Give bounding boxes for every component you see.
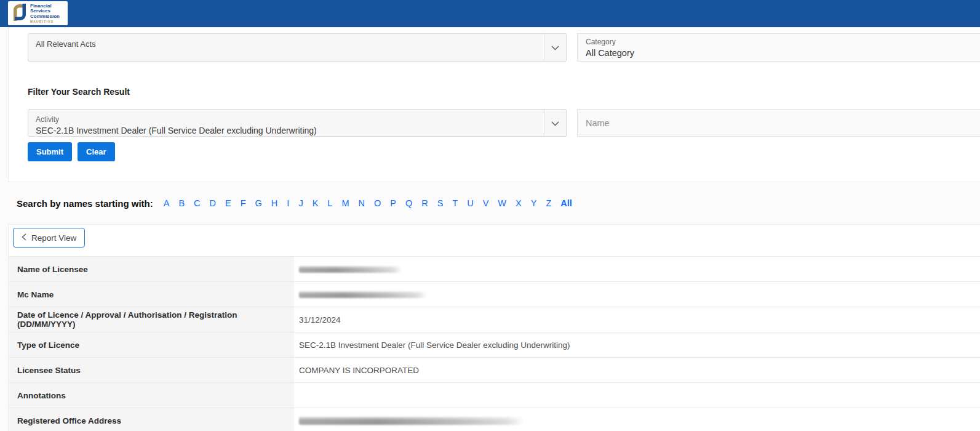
- alpha-link-J[interactable]: J: [298, 198, 303, 208]
- table-row: Registered Office Address: [9, 408, 980, 431]
- alpha-link-U[interactable]: U: [467, 198, 473, 208]
- row-value: 31/12/2024: [294, 307, 980, 332]
- logo-line-commission: Commission: [30, 14, 60, 20]
- alphabet-nav-label: Search by names starting with:: [17, 198, 153, 209]
- category-label: Category: [586, 38, 973, 46]
- row-value: COMPANY IS INCORPORATED: [294, 358, 980, 382]
- alpha-link-H[interactable]: H: [271, 198, 277, 208]
- chevron-down-icon: [551, 118, 559, 129]
- chevron-left-icon: [22, 233, 26, 243]
- category-value: All Category: [586, 48, 973, 58]
- alpha-link-R[interactable]: R: [421, 198, 428, 208]
- filter-heading: Filter Your Search Result: [28, 87, 130, 97]
- category-field[interactable]: Category All Category: [577, 33, 980, 62]
- clear-button[interactable]: Clear: [78, 142, 115, 161]
- row-value: [294, 383, 980, 408]
- row-value: SEC-2.1B Investment Dealer (Full Service…: [294, 332, 980, 357]
- alpha-link-Z[interactable]: Z: [546, 198, 551, 208]
- table-row: Licensee StatusCOMPANY IS INCORPORATED: [9, 357, 980, 382]
- form-buttons: Submit Clear: [28, 142, 115, 161]
- row-label: Mc Name: [9, 282, 294, 307]
- alpha-link-N[interactable]: N: [358, 198, 364, 208]
- row-label: Licensee Status: [9, 358, 294, 382]
- name-input[interactable]: [577, 109, 980, 137]
- relevant-acts-label: All Relevant Acts: [36, 39, 536, 49]
- fsc-logo[interactable]: Financial Services Commission MAURITIUS: [8, 1, 68, 25]
- alpha-link-B[interactable]: B: [178, 198, 185, 208]
- row-label: Registered Office Address: [9, 408, 294, 431]
- alphabet-nav: Search by names starting with: ABCDEFGHI…: [0, 182, 980, 224]
- search-panel: All Relevant Acts Category All Category …: [8, 27, 980, 182]
- licensee-detail-table: Name of LicenseeMc NameDate of Licence /…: [9, 256, 980, 431]
- logo-line-mauritius: MAURITIUS: [30, 20, 60, 23]
- alpha-link-S[interactable]: S: [437, 198, 444, 208]
- row-value: [294, 282, 980, 307]
- alpha-link-F[interactable]: F: [241, 198, 246, 208]
- table-row: Annotations: [9, 382, 980, 408]
- alpha-link-A[interactable]: A: [164, 198, 170, 208]
- activity-value: SEC-2.1B Investment Dealer (Full Service…: [36, 126, 536, 135]
- results-panel: Report View Name of LicenseeMc NameDate …: [8, 224, 980, 431]
- alphabet-letter-links: ABCDEFGHIJKLMNOPQRSTUVWXYZ: [164, 198, 552, 208]
- table-row: Mc Name: [9, 281, 980, 307]
- alpha-link-Y[interactable]: Y: [531, 198, 537, 208]
- report-view-button[interactable]: Report View: [13, 228, 85, 248]
- alpha-link-X[interactable]: X: [516, 198, 522, 208]
- activity-select[interactable]: Activity SEC-2.1B Investment Dealer (Ful…: [28, 109, 567, 137]
- table-row: Type of LicenceSEC-2.1B Investment Deale…: [9, 332, 980, 357]
- alpha-link-D[interactable]: D: [210, 198, 216, 208]
- alpha-link-P[interactable]: P: [390, 198, 396, 208]
- top-navbar: Financial Services Commission MAURITIUS: [0, 0, 980, 27]
- alpha-link-G[interactable]: G: [255, 198, 262, 208]
- alpha-link-W[interactable]: W: [498, 198, 506, 208]
- alpha-link-T[interactable]: T: [452, 198, 458, 208]
- row-label: Name of Licensee: [9, 257, 294, 281]
- alpha-link-E[interactable]: E: [225, 198, 231, 208]
- alpha-link-L[interactable]: L: [327, 198, 332, 208]
- chevron-down-icon: [551, 42, 559, 53]
- row-value: [294, 257, 980, 281]
- relevant-acts-select[interactable]: All Relevant Acts: [28, 33, 567, 62]
- alpha-link-K[interactable]: K: [313, 198, 319, 208]
- alpha-link-C[interactable]: C: [194, 198, 200, 208]
- row-label: Annotations: [9, 383, 294, 408]
- fsc-logo-text: Financial Services Commission MAURITIUS: [30, 4, 60, 23]
- relevant-acts-chevron-cell[interactable]: [544, 34, 566, 61]
- alpha-link-I[interactable]: I: [287, 198, 289, 208]
- alpha-link-V[interactable]: V: [483, 198, 489, 208]
- activity-chevron-cell[interactable]: [544, 110, 566, 136]
- activity-label: Activity: [36, 115, 536, 124]
- alpha-link-M[interactable]: M: [341, 198, 349, 208]
- table-row: Date of Licence / Approval / Authorisati…: [9, 307, 980, 332]
- row-value: [294, 408, 980, 431]
- row-label: Type of Licence: [9, 332, 294, 357]
- fsc-logo-mark-icon: [12, 2, 28, 25]
- alpha-link-O[interactable]: O: [374, 198, 381, 208]
- alpha-link-all[interactable]: All: [560, 198, 572, 208]
- redacted-value-bar: [299, 291, 427, 298]
- submit-button[interactable]: Submit: [28, 142, 72, 161]
- row-label: Date of Licence / Approval / Authorisati…: [9, 307, 294, 332]
- redacted-value-bar: [299, 417, 524, 425]
- report-view-label: Report View: [31, 233, 76, 243]
- redacted-value-bar: [299, 266, 402, 273]
- alpha-link-Q[interactable]: Q: [405, 198, 412, 208]
- table-row: Name of Licensee: [9, 256, 980, 281]
